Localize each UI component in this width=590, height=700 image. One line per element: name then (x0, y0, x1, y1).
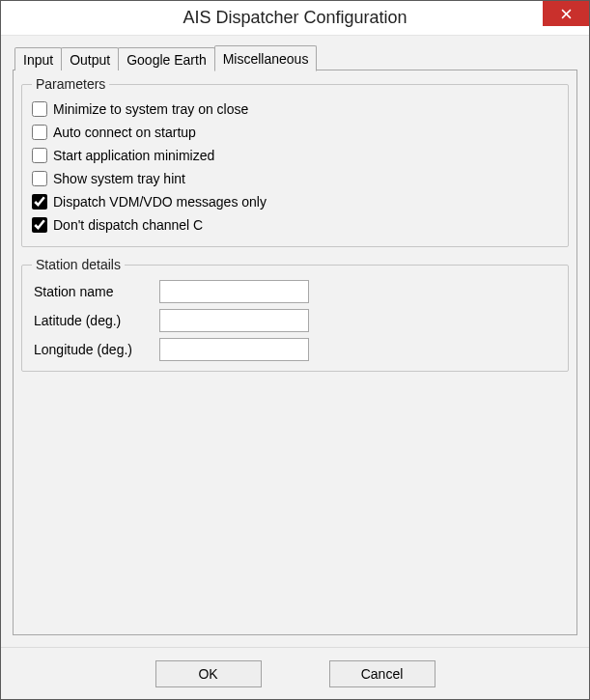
cancel-button[interactable]: Cancel (329, 660, 435, 687)
input-latitude[interactable] (159, 309, 309, 332)
group-parameters: Parameters Minimize to system tray on cl… (21, 76, 569, 247)
tab-panel-miscellaneous: Parameters Minimize to system tray on cl… (13, 70, 577, 635)
row-station-name: Station name (32, 280, 558, 303)
row-tray-hint: Show system tray hint (32, 167, 558, 190)
tab-output[interactable]: Output (61, 47, 119, 70)
button-bar: OK Cancel (1, 647, 589, 699)
row-vdm-only: Dispatch VDM/VDO messages only (32, 190, 558, 213)
tab-google-earth[interactable]: Google Earth (118, 47, 215, 70)
row-no-channel-c: Don't dispatch channel C (32, 213, 558, 237)
input-longitude[interactable] (159, 338, 309, 361)
group-station-legend: Station details (32, 257, 125, 272)
checkbox-vdm-only[interactable] (32, 194, 47, 210)
spacer (21, 381, 569, 627)
row-longitude: Longitude (deg.) (32, 338, 558, 361)
group-parameters-legend: Parameters (32, 76, 109, 92)
tab-miscellaneous[interactable]: Miscellaneous (214, 45, 318, 71)
checkbox-start-minimized[interactable] (32, 148, 47, 163)
row-latitude: Latitude (deg.) (32, 309, 558, 332)
row-minimize-tray: Minimize to system tray on close (32, 98, 558, 121)
label-minimize-tray[interactable]: Minimize to system tray on close (53, 101, 248, 117)
checkbox-tray-hint[interactable] (32, 171, 47, 186)
row-start-minimized: Start application minimized (32, 144, 558, 167)
checkbox-no-channel-c[interactable] (32, 217, 47, 233)
label-start-minimized[interactable]: Start application minimized (53, 148, 214, 163)
client-area: Input Output Google Earth Miscellaneous … (1, 36, 589, 647)
label-vdm-only[interactable]: Dispatch VDM/VDO messages only (53, 194, 267, 210)
close-button[interactable] (543, 1, 589, 26)
titlebar: AIS Dispatcher Configuration (1, 1, 589, 36)
close-icon (561, 9, 572, 19)
ok-button[interactable]: OK (155, 660, 262, 687)
label-station-name: Station name (32, 284, 159, 299)
label-latitude: Latitude (deg.) (32, 313, 159, 328)
dialog-window: AIS Dispatcher Configuration Input Outpu… (0, 0, 590, 700)
tab-strip: Input Output Google Earth Miscellaneous (13, 45, 577, 70)
row-auto-connect: Auto connect on startup (32, 121, 558, 144)
label-tray-hint[interactable]: Show system tray hint (53, 171, 185, 186)
window-title: AIS Dispatcher Configuration (183, 8, 407, 28)
label-longitude: Longitude (deg.) (32, 342, 159, 357)
group-station-details: Station details Station name Latitude (d… (21, 257, 569, 372)
input-station-name[interactable] (159, 280, 309, 303)
tab-input[interactable]: Input (14, 47, 62, 70)
checkbox-auto-connect[interactable] (32, 125, 47, 140)
label-no-channel-c[interactable]: Don't dispatch channel C (53, 217, 203, 233)
label-auto-connect[interactable]: Auto connect on startup (53, 125, 196, 140)
checkbox-minimize-tray[interactable] (32, 101, 47, 117)
